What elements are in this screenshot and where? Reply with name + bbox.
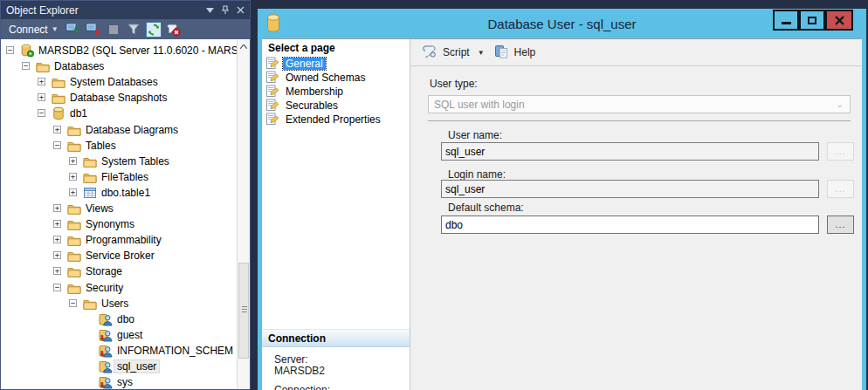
close-icon[interactable] xyxy=(237,6,245,14)
tree-item-db1[interactable]: −db1 xyxy=(1,106,238,121)
user-name-value: sql_user xyxy=(445,146,485,158)
dialog-titlebar[interactable]: Database User - sql_user xyxy=(258,9,866,38)
tree-item-label: Database Snapshots xyxy=(67,92,169,104)
default-schema-input[interactable]: dbo xyxy=(441,216,819,234)
expand-icon[interactable]: + xyxy=(38,78,45,86)
tree-item-dbo-table1[interactable]: +dbo.table1 xyxy=(1,185,238,201)
expand-icon[interactable]: + xyxy=(69,157,77,165)
minimize-button[interactable] xyxy=(773,10,799,31)
script-dropdown-icon[interactable]: ▼ xyxy=(478,49,485,57)
folder-icon xyxy=(67,264,81,278)
tree-item-service-broker[interactable]: +Service Broker xyxy=(1,248,238,263)
script-button[interactable]: Script xyxy=(441,46,472,58)
login-name-input[interactable]: sql_user xyxy=(441,180,819,198)
tree-item-views[interactable]: +Views xyxy=(1,201,238,216)
default-schema-browse-button[interactable]: ... xyxy=(827,216,854,234)
object-explorer-title: Object Explorer xyxy=(6,4,206,17)
maximize-button[interactable] xyxy=(799,10,825,31)
chevron-down-icon[interactable] xyxy=(206,8,214,13)
collapse-icon[interactable]: − xyxy=(22,62,30,70)
user-deny-icon xyxy=(99,328,113,342)
collapse-icon[interactable]: − xyxy=(53,141,61,149)
help-button[interactable]: Help xyxy=(513,46,538,58)
user-icon xyxy=(99,359,113,373)
tree-item-system-tables[interactable]: +System Tables xyxy=(1,154,238,169)
error-log-icon[interactable] xyxy=(165,21,183,38)
page-item-general[interactable]: General xyxy=(265,57,405,71)
tree-item-storage[interactable]: +Storage xyxy=(1,263,238,279)
pin-icon[interactable] xyxy=(221,5,230,15)
folder-icon xyxy=(67,217,81,231)
tree-item-users[interactable]: −Users xyxy=(1,296,238,311)
folder-icon xyxy=(83,170,97,184)
user-name-browse-button[interactable]: ... xyxy=(827,142,854,161)
disconnect-server-icon[interactable] xyxy=(85,21,102,38)
tree-item-system-databases[interactable]: +System Databases xyxy=(1,74,238,90)
folder-icon xyxy=(67,249,81,263)
login-name-browse-button[interactable]: ... xyxy=(827,180,854,198)
tree-scrollbar[interactable] xyxy=(237,40,250,389)
user-name-label: User name: xyxy=(448,129,502,141)
select-a-page-pane: Select a page GeneralOwned SchemasMember… xyxy=(262,39,410,390)
expand-icon[interactable]: + xyxy=(69,188,77,196)
expand-icon[interactable]: + xyxy=(38,93,45,101)
tree-item-guest[interactable]: guest xyxy=(1,327,238,343)
folder-icon xyxy=(67,123,81,137)
tree-item-security[interactable]: −Security xyxy=(1,280,238,296)
connect-button[interactable]: Connect ▼ xyxy=(6,22,61,38)
refresh-icon[interactable] xyxy=(145,21,162,38)
expand-icon[interactable]: + xyxy=(53,204,61,212)
tree-item-label: Users xyxy=(99,298,131,310)
filter-icon[interactable] xyxy=(125,21,142,38)
folder-icon xyxy=(67,233,81,247)
general-page-pane: Script ▼ Help User type: SQL user with l… xyxy=(410,39,862,390)
collapse-icon[interactable]: − xyxy=(53,284,61,291)
page-item-extended-properties[interactable]: Extended Properties xyxy=(265,113,405,127)
stop-icon[interactable] xyxy=(105,21,122,38)
table-icon xyxy=(83,186,97,200)
user-type-combobox[interactable]: SQL user with login ⌄ xyxy=(428,95,851,113)
expand-icon[interactable]: + xyxy=(53,126,61,133)
tree-item-programmability[interactable]: +Programmability xyxy=(1,232,238,248)
tree-item-databases[interactable]: −Databases xyxy=(1,58,238,74)
user-name-input[interactable]: sql_user xyxy=(441,142,819,161)
page-item-owned-schemas[interactable]: Owned Schemas xyxy=(265,71,405,85)
connect-server-icon[interactable] xyxy=(65,21,82,38)
page-item-securables[interactable]: Securables xyxy=(265,99,405,113)
tree-item-information-schem[interactable]: INFORMATION_SCHEM xyxy=(1,343,238,359)
server-value: MARSDB2 xyxy=(274,365,325,377)
tree-item-dbo[interactable]: dbo xyxy=(1,311,238,327)
user-deny-icon xyxy=(99,375,113,389)
tree-item-label: Programmability xyxy=(83,234,164,246)
collapse-icon[interactable]: − xyxy=(69,299,77,307)
tree-item-sys[interactable]: sys xyxy=(1,374,238,390)
tree-item-marsdb2-sql-server-11-0-6020-m[interactable]: −MARSDB2 (SQL Server 11.0.6020 - MARSD xyxy=(1,43,238,58)
tree-item-tables[interactable]: −Tables xyxy=(1,138,238,154)
expand-icon[interactable]: + xyxy=(53,236,61,243)
scroll-up-icon[interactable] xyxy=(238,40,250,53)
collapse-icon[interactable]: − xyxy=(38,109,45,117)
collapse-icon[interactable]: − xyxy=(6,46,14,54)
tree-item-label: Views xyxy=(83,202,116,215)
page-item-membership[interactable]: Membership xyxy=(265,85,405,99)
folder-icon xyxy=(83,154,97,168)
expand-icon[interactable]: + xyxy=(53,251,61,259)
tree-item-sql-user[interactable]: sql_user xyxy=(1,359,238,374)
expand-icon[interactable]: + xyxy=(53,267,61,275)
tree-item-label: db1 xyxy=(67,107,90,120)
login-name-value: sql_user xyxy=(445,183,485,195)
user-deny-icon xyxy=(99,344,113,358)
tree-item-database-snapshots[interactable]: +Database Snapshots xyxy=(1,90,238,106)
tree-item-database-diagrams[interactable]: +Database Diagrams xyxy=(1,122,238,138)
tree-item-label: FileTables xyxy=(99,171,151,183)
folder-icon xyxy=(67,139,81,153)
tree-item-label: Security xyxy=(83,282,126,294)
select-a-page-header: Select a page xyxy=(262,39,410,56)
expand-icon[interactable]: + xyxy=(69,173,77,181)
tree-item-synonyms[interactable]: +Synonyms xyxy=(1,216,238,232)
expand-icon[interactable]: + xyxy=(53,220,61,228)
scrollbar-thumb[interactable] xyxy=(238,263,249,359)
folder-icon xyxy=(67,202,81,216)
tree-item-filetables[interactable]: +FileTables xyxy=(1,169,238,185)
close-button[interactable] xyxy=(825,10,853,31)
